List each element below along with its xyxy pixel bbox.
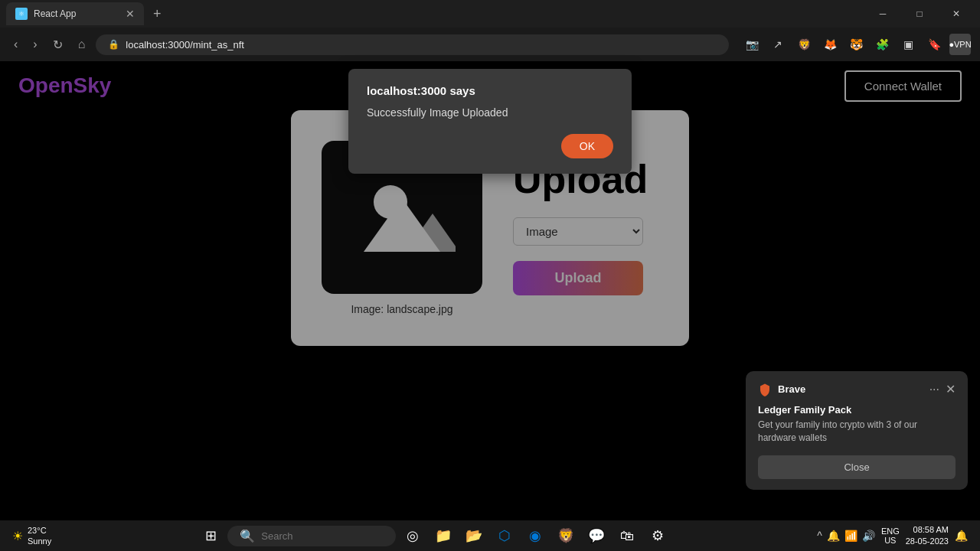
maximize-button[interactable]: □ xyxy=(902,0,937,28)
tab-favicon: ⚛ xyxy=(15,8,28,20)
brave-notif-body-text: Get your family into crypto with 3 of ou… xyxy=(758,419,956,445)
system-language: ENG US xyxy=(881,527,900,545)
search-input[interactable] xyxy=(261,530,384,542)
close-tab-button[interactable]: ✕ xyxy=(126,8,135,20)
weather-info: 23°C Sunny xyxy=(28,525,51,547)
brave-notif-app-name: Brave xyxy=(778,383,923,395)
taskbar-explorer-icon[interactable]: 📁 xyxy=(430,522,457,549)
taskbar-settings-icon[interactable]: ⚙ xyxy=(644,522,671,549)
window-controls: ─ □ ✕ xyxy=(865,0,974,28)
tray-notification-icon[interactable]: 🔔 xyxy=(827,530,840,542)
lock-icon: 🔒 xyxy=(108,39,119,50)
brave-notif-header: Brave ··· ✕ xyxy=(758,382,956,396)
weather-temp: 23°C xyxy=(28,525,51,536)
taskbar: ☀ 23°C Sunny ⊞ 🔍 ◎ 📁 📂 ⬡ ◉ 🦁 💬 🛍 ⚙ ^ 🔔 📶… xyxy=(0,520,980,551)
forward-button[interactable]: › xyxy=(28,34,41,54)
dialog-title: localhost:3000 says xyxy=(367,84,613,97)
dialog-message: Successfully Image Uploaded xyxy=(367,106,613,119)
brave-notif-body-title: Ledger Family Pack xyxy=(758,404,956,416)
tab-bar: ⚛ React App ✕ + ─ □ ✕ xyxy=(0,0,980,28)
ext-bookmark-icon[interactable]: 🔖 xyxy=(923,34,945,55)
ext-metamask-icon[interactable]: 🦊 xyxy=(819,34,841,55)
ext-share-icon[interactable]: ↗ xyxy=(767,34,789,55)
tray-notification-bell[interactable]: 🔔 xyxy=(955,530,968,542)
taskbar-whatsapp-icon[interactable]: 💬 xyxy=(583,522,610,549)
url-text: localhost:3000/mint_as_nft xyxy=(126,39,244,51)
taskbar-copilot-icon[interactable]: ◎ xyxy=(399,522,426,549)
taskbar-store-icon[interactable]: 🛍 xyxy=(613,522,641,549)
weather-desc: Sunny xyxy=(28,536,51,546)
ext-brave-icon[interactable]: 🦁 xyxy=(793,34,815,55)
brave-close-button[interactable]: Close xyxy=(758,455,956,479)
ext-video-icon[interactable]: 📷 xyxy=(741,34,763,55)
taskbar-vscode-icon[interactable]: ⬡ xyxy=(491,522,518,549)
brave-notification: Brave ··· ✕ Ledger Family Pack Get your … xyxy=(746,371,968,490)
ext-fox2-icon[interactable]: 🐯 xyxy=(845,34,867,55)
address-bar: ‹ › ↻ ⌂ 🔒 localhost:3000/mint_as_nft 📷 ↗… xyxy=(0,28,980,61)
taskbar-files-icon[interactable]: 📂 xyxy=(460,522,488,549)
taskbar-edge-icon[interactable]: ◉ xyxy=(521,522,549,549)
dialog-ok-button[interactable]: OK xyxy=(561,134,613,158)
new-tab-button[interactable]: + xyxy=(147,3,168,25)
tray-datetime: 08:58 AM 28-05-2023 xyxy=(906,524,949,548)
tray-chevron-icon[interactable]: ^ xyxy=(817,530,822,542)
refresh-button[interactable]: ↻ xyxy=(48,34,67,55)
tray-network-icon[interactable]: 📶 xyxy=(844,530,858,542)
taskbar-right: ^ 🔔 📶 🔊 ENG US 08:58 AM 28-05-2023 🔔 xyxy=(811,524,974,548)
system-tray: ^ 🔔 📶 🔊 xyxy=(817,530,875,542)
taskbar-search[interactable]: 🔍 xyxy=(227,526,396,546)
taskbar-brave-icon[interactable]: 🦁 xyxy=(552,522,580,549)
tray-time-display: 08:58 AM xyxy=(906,524,949,536)
taskbar-weather: ☀ 23°C Sunny xyxy=(6,525,57,547)
brave-notif-more-button[interactable]: ··· xyxy=(929,382,939,396)
weather-icon: ☀ xyxy=(12,529,23,543)
brave-notif-close-x-button[interactable]: ✕ xyxy=(946,382,956,396)
home-button[interactable]: ⌂ xyxy=(74,34,90,54)
browser-chrome: ⚛ React App ✕ + ─ □ ✕ ‹ › ↻ ⌂ 🔒 localhos… xyxy=(0,0,980,61)
brave-logo-icon xyxy=(758,383,772,396)
language-code: ENG xyxy=(881,527,900,536)
tray-date-display: 28-05-2023 xyxy=(906,536,949,547)
browser-tab[interactable]: ⚛ React App ✕ xyxy=(6,2,144,25)
tray-volume-icon[interactable]: 🔊 xyxy=(862,530,875,542)
brave-notif-actions: ··· ✕ xyxy=(929,382,956,396)
tab-title: React App xyxy=(34,8,76,19)
page-content: OpenSky Connect Wallet localhost:3000 sa… xyxy=(0,61,980,520)
ext-sidebar-icon[interactable]: ▣ xyxy=(897,34,919,55)
taskbar-center: ⊞ 🔍 ◎ 📁 📂 ⬡ ◉ 🦁 💬 🛍 ⚙ xyxy=(60,522,808,549)
url-bar[interactable]: 🔒 localhost:3000/mint_as_nft xyxy=(96,34,729,55)
region-code: US xyxy=(881,536,900,545)
ext-puzzle-icon[interactable]: 🧩 xyxy=(871,34,893,55)
browser-extensions: 📷 ↗ 🦁 🦊 🐯 🧩 ▣ 🔖 ●VPN xyxy=(741,34,971,55)
close-window-button[interactable]: ✕ xyxy=(939,0,974,28)
ext-vpn-icon[interactable]: ●VPN xyxy=(949,34,971,55)
back-button[interactable]: ‹ xyxy=(9,34,22,54)
minimize-button[interactable]: ─ xyxy=(865,0,900,28)
search-icon: 🔍 xyxy=(240,529,255,543)
taskbar-start-button[interactable]: ⊞ xyxy=(197,522,224,549)
dialog-box: localhost:3000 says Successfully Image U… xyxy=(348,69,632,174)
